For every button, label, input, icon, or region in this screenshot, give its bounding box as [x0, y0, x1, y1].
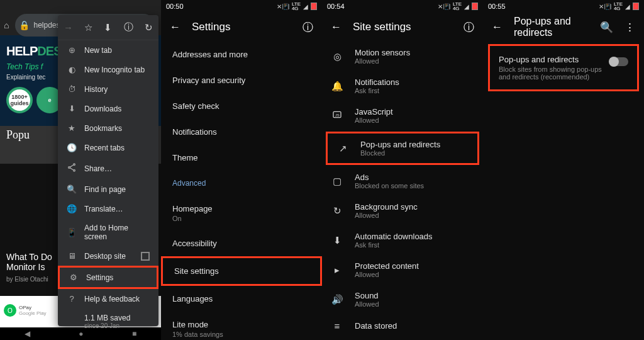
- menu-item-new-tab[interactable]: ⊕New tab: [58, 40, 158, 60]
- download-icon[interactable]: ⬇: [104, 22, 112, 33]
- lock-icon: 🔒: [19, 20, 30, 30]
- site-item-sub: Ask first: [355, 241, 433, 249]
- menu-item-share-[interactable]: Share…: [58, 157, 158, 179]
- lte-label: LTE4G: [292, 2, 301, 11]
- search-icon[interactable]: 🔍: [600, 21, 613, 34]
- settings-icon: ⚙: [69, 273, 79, 282]
- menu-top-row: → ☆ ⬇ ⓘ ↻: [58, 15, 158, 40]
- site-item-nfc-devices[interactable]: ⟲NFC devices: [322, 337, 483, 340]
- signal-icon: ◢: [303, 3, 308, 10]
- site-item-sub: Allowed: [355, 300, 379, 308]
- site-item-sub: Blocked on some sites: [355, 182, 424, 190]
- status-bar: 00:54 ✕📳 LTE4G ◢: [322, 0, 483, 13]
- back-icon[interactable]: ←: [170, 21, 180, 33]
- settings-label: Site settings: [174, 266, 309, 276]
- menu-item-recent-tabs[interactable]: 🕓Recent tabs: [58, 138, 158, 157]
- menu-item-label: Bookmarks: [84, 124, 122, 133]
- share--icon: [67, 162, 77, 174]
- overflow-icon[interactable]: ⋮: [625, 21, 635, 34]
- site-item-sub: Blocked: [360, 149, 440, 157]
- settings-item-safety-check[interactable]: Safety check: [161, 93, 322, 119]
- settings-item-homepage[interactable]: HomepageOn: [161, 196, 322, 230]
- menu-item--mb-saved[interactable]: 1.1 MB savedsince 20 Jan: [58, 309, 158, 334]
- menu-item-label: 1.1 MB saved: [84, 314, 130, 322]
- status-icons: ✕📳 LTE4G ◢: [277, 2, 317, 11]
- star-icon[interactable]: ☆: [84, 22, 92, 33]
- site-item-javascript[interactable]: JSJavaScriptAllowed: [322, 101, 483, 130]
- menu-item-label: New tab: [84, 46, 112, 55]
- desktop-site-checkbox[interactable]: [141, 252, 150, 261]
- site-item-motion-sensors[interactable]: ◎Motion sensorsAllowed: [322, 42, 483, 71]
- motion-sensors-icon: ◎: [331, 51, 343, 62]
- menu-item-label: Translate…: [84, 205, 123, 213]
- forward-icon[interactable]: →: [64, 22, 73, 33]
- status-icons: ✕📳 LTE4G ◢: [438, 2, 478, 11]
- signal-icon: ◢: [464, 3, 469, 10]
- popups-toggle-row[interactable]: Pop-ups and redirects Block sites from s…: [488, 44, 639, 91]
- background-sync-icon: ↻: [331, 205, 343, 217]
- menu-item-help-feedback[interactable]: ?Help & feedback: [58, 289, 158, 309]
- menu-item-desktop-site[interactable]: 🖥Desktop site: [58, 246, 158, 266]
- site-item-ads[interactable]: ▢AdsBlocked on some sites: [322, 166, 483, 196]
- help-icon[interactable]: ⓘ: [303, 20, 313, 35]
- menu-item-add-to-home-screen[interactable]: 📱Add to Home screen: [58, 218, 158, 246]
- settings-item-accessibility[interactable]: Accessibility: [161, 230, 322, 256]
- back-icon[interactable]: ←: [492, 21, 502, 33]
- info-icon[interactable]: ⓘ: [124, 21, 133, 33]
- site-item-background-sync[interactable]: ↻Background syncAllowed: [322, 196, 483, 225]
- settings-label: Homepage: [172, 204, 311, 213]
- svg-point-1: [69, 167, 70, 169]
- nav-back-icon[interactable]: ◀: [25, 329, 30, 338]
- settings-item-privacy-and-security[interactable]: Privacy and security: [161, 67, 322, 93]
- svg-text:JS: JS: [335, 113, 340, 117]
- site-item-automatic-downloads[interactable]: ⬇Automatic downloadsAsk first: [322, 225, 483, 255]
- site-item-pop-ups-and-redirects[interactable]: ↗Pop-ups and redirectsBlocked: [326, 132, 479, 165]
- settings-sub: On: [172, 215, 311, 222]
- site-item-protected-content[interactable]: ▸Protected contentAllowed: [322, 255, 483, 285]
- add-to-home-screen-icon: 📱: [67, 228, 77, 237]
- page-title: Settings: [192, 21, 230, 33]
- settings-item-theme[interactable]: Theme: [161, 145, 322, 171]
- menu-item-find-in-page[interactable]: 🔍Find in page: [58, 179, 158, 199]
- menu-item-settings[interactable]: ⚙Settings: [58, 266, 158, 289]
- battery-icon: [633, 3, 639, 10]
- settings-label: Advanced: [172, 179, 311, 188]
- desktop-site-icon: 🖥: [67, 251, 77, 261]
- site-item-title: JavaScript: [355, 107, 393, 116]
- app-bar: ← Settings ⓘ: [161, 13, 322, 42]
- site-item-sub: Allowed: [355, 116, 393, 124]
- settings-label: Safety check: [172, 101, 311, 111]
- menu-item-history[interactable]: ⏱History: [58, 79, 158, 99]
- home-icon[interactable]: ⌂: [4, 20, 9, 30]
- menu-item-translate-[interactable]: 🌐Translate…: [58, 199, 158, 218]
- protected-content-icon: ▸: [331, 264, 343, 276]
- menu-item-new-incognito-tab[interactable]: ◐New Incognito tab: [58, 60, 158, 79]
- settings-item-languages[interactable]: Languages: [161, 286, 322, 312]
- site-item-sound[interactable]: 🔊SoundAllowed: [322, 285, 483, 314]
- sound-icon: 🔊: [331, 294, 343, 305]
- automatic-downloads-icon: ⬇: [331, 235, 343, 246]
- javascript-icon: JS: [331, 110, 343, 122]
- status-icons: ✕📳 LTE4G ◢: [599, 2, 639, 11]
- site-item-notifications[interactable]: 🔔NotificationsAsk first: [322, 71, 483, 101]
- settings-item-addresses-and-more[interactable]: Addresses and more: [161, 42, 322, 67]
- recent-tabs-icon: 🕓: [67, 143, 77, 152]
- ads-icon: ▢: [331, 176, 343, 187]
- settings-item-site-settings[interactable]: Site settings: [161, 256, 322, 286]
- site-item-data-stored[interactable]: ≡Data stored: [322, 314, 483, 337]
- status-bar: 00:55 ✕📳 LTE4G ◢: [483, 0, 644, 13]
- settings-item-notifications[interactable]: Notifications: [161, 119, 322, 145]
- site-item-title: Ads: [355, 173, 424, 182]
- settings-label: Addresses and more: [172, 50, 311, 59]
- settings-item-lite-mode[interactable]: Lite mode1% data savings: [161, 312, 322, 340]
- back-icon[interactable]: ←: [331, 21, 341, 33]
- help-icon[interactable]: ⓘ: [464, 20, 474, 35]
- mute-icon: ✕📳: [599, 3, 611, 10]
- site-item-title: Background sync: [355, 202, 418, 212]
- reload-icon[interactable]: ↻: [145, 22, 153, 33]
- menu-item-bookmarks[interactable]: ★Bookmarks: [58, 118, 158, 138]
- popups-desc: Block sites from showing pop-ups and red…: [499, 65, 603, 81]
- site-item-title: Automatic downloads: [355, 232, 433, 241]
- popups-toggle[interactable]: [609, 57, 628, 66]
- menu-item-downloads[interactable]: ⬇Downloads: [58, 99, 158, 118]
